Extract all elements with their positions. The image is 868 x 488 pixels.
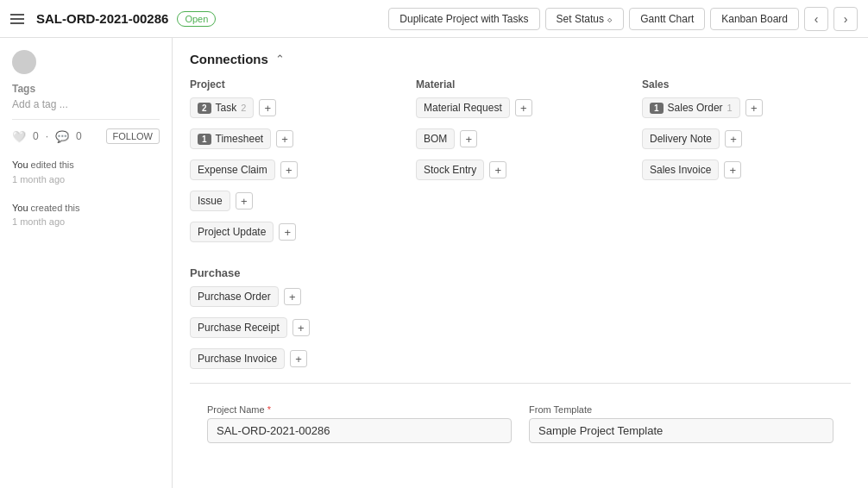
add-tag[interactable]: Add a tag ... [12, 98, 160, 110]
material-request-label: Material Request [424, 102, 502, 114]
purchase-receipt-add-button[interactable]: + [292, 319, 310, 336]
delivery-note-label: Delivery Note [650, 133, 712, 145]
expense-claim-item[interactable]: Expense Claim [190, 160, 275, 180]
likes-count: 0 [33, 130, 39, 142]
purchase-receipt-item[interactable]: Purchase Receipt [190, 317, 287, 338]
delivery-note-add-button[interactable]: + [725, 130, 742, 147]
purchase-order-label: Purchase Order [198, 291, 271, 303]
purchase-receipt-label: Purchase Receipt [198, 322, 280, 334]
project-update-label: Project Update [198, 226, 266, 238]
sales-order-count: 1 [727, 103, 733, 113]
sales-order-item[interactable]: 1 Sales Order 1 [642, 97, 740, 118]
task-item[interactable]: 2 Task 2 [190, 97, 254, 118]
collapse-connections-icon[interactable]: ⌃ [275, 53, 285, 66]
timesheet-badge: 1 [198, 134, 211, 145]
stock-entry-item[interactable]: Stock Entry [416, 160, 484, 180]
delivery-note-item[interactable]: Delivery Note [642, 128, 720, 149]
sales-order-add-button[interactable]: + [745, 99, 763, 116]
project-section-title: Project [190, 78, 399, 91]
material-request-item[interactable]: Material Request [416, 97, 510, 118]
sales-section: Sales 1 Sales Order 1 + Delivery Note + [642, 78, 851, 253]
from-template-field: From Template [529, 404, 833, 443]
comment-icon[interactable]: 💬 [55, 130, 69, 143]
project-name-label: Project Name * [207, 404, 512, 415]
dot-separator: · [46, 130, 48, 142]
bom-add-button[interactable]: + [460, 130, 477, 147]
project-section: Project 2 Task 2 + 1 Timesheet + [190, 78, 399, 253]
kanban-board-button[interactable]: Kanban Board [710, 8, 799, 30]
from-template-label: From Template [529, 404, 833, 415]
purchase-invoice-add-button[interactable]: + [290, 350, 307, 367]
next-button[interactable]: › [833, 7, 858, 31]
task-count: 2 [241, 103, 246, 113]
gantt-chart-button[interactable]: Gantt Chart [629, 8, 705, 30]
sales-invoice-item[interactable]: Sales Invoice [642, 160, 719, 180]
heart-icon[interactable]: 🤍 [12, 130, 26, 143]
follow-button[interactable]: FOLLOW [106, 128, 160, 144]
bom-label: BOM [424, 133, 447, 145]
issue-add-button[interactable]: + [236, 192, 253, 210]
stock-entry-add-button[interactable]: + [489, 161, 506, 178]
expense-claim-add-button[interactable]: + [280, 161, 298, 178]
sales-order-label: Sales Order [668, 102, 723, 114]
material-section-title: Material [416, 78, 625, 91]
tags-label: Tags [12, 83, 160, 95]
material-section: Material Material Request + BOM + Stock … [416, 78, 625, 253]
timesheet-add-button[interactable]: + [276, 130, 293, 147]
purchase-invoice-label: Purchase Invoice [198, 353, 277, 365]
issue-label: Issue [198, 195, 223, 207]
sales-invoice-label: Sales Invoice [650, 164, 711, 176]
issue-item[interactable]: Issue [190, 191, 230, 211]
sales-section-title: Sales [642, 78, 851, 91]
purchase-section: Purchase Purchase Order + Purchase Recei… [190, 266, 851, 374]
menu-icon[interactable] [10, 14, 24, 24]
activity-log: You edited this1 month ago You created t… [12, 158, 160, 229]
timesheet-label: Timesheet [216, 133, 264, 145]
project-update-item[interactable]: Project Update [190, 222, 274, 242]
task-add-button[interactable]: + [259, 99, 276, 116]
page-title: SAL-ORD-2021-00286 [36, 11, 168, 26]
stock-entry-label: Stock Entry [424, 164, 476, 176]
sales-invoice-add-button[interactable]: + [724, 161, 741, 178]
purchase-invoice-item[interactable]: Purchase Invoice [190, 348, 285, 369]
task-label: Task [216, 102, 237, 114]
comments-count: 0 [76, 130, 82, 142]
prev-button[interactable]: ‹ [804, 7, 828, 31]
timesheet-item[interactable]: 1 Timesheet [190, 128, 271, 149]
purchase-section-title: Purchase [190, 266, 851, 279]
bom-item[interactable]: BOM [416, 128, 455, 149]
project-form: Project Name * From Template [190, 383, 851, 455]
project-name-input[interactable] [207, 418, 512, 443]
project-update-add-button[interactable]: + [279, 223, 296, 241]
duplicate-project-button[interactable]: Duplicate Project with Tasks [388, 8, 539, 30]
expense-claim-label: Expense Claim [198, 164, 267, 176]
task-badge: 2 [198, 103, 211, 114]
sales-order-badge: 1 [650, 103, 664, 114]
project-name-field: Project Name * [207, 404, 512, 443]
status-badge: Open [177, 11, 216, 27]
purchase-order-item[interactable]: Purchase Order [190, 286, 279, 307]
set-status-button[interactable]: Set Status ⬦ [545, 8, 625, 30]
connections-title: Connections [190, 52, 268, 66]
avatar [12, 50, 36, 74]
material-request-add-button[interactable]: + [515, 99, 532, 116]
from-template-input[interactable] [529, 418, 833, 443]
purchase-order-add-button[interactable]: + [284, 288, 301, 305]
